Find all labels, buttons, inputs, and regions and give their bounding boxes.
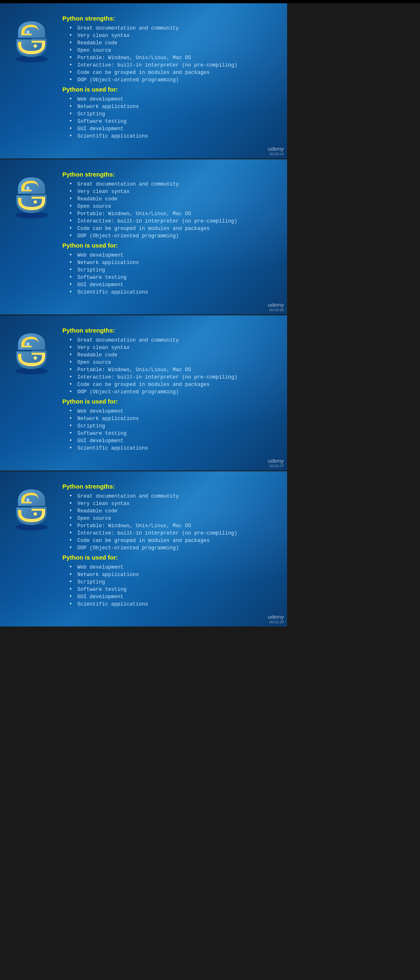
svg-point-11 <box>34 512 37 516</box>
list-item: Network applications <box>62 415 275 422</box>
strengths-title: Python strengths: <box>62 171 275 178</box>
strengths-list: Great documentation and communityVery cl… <box>62 492 275 551</box>
list-item: OOP (Object-oriented programming) <box>62 76 275 83</box>
udemy-watermark: udemy00:01:29 <box>268 614 284 624</box>
list-item: Software testing <box>62 585 275 593</box>
slide-3: Python strengths:Great documentation and… <box>0 315 287 470</box>
list-item: Interactive: built-in interpreter (no pr… <box>62 61 275 69</box>
timestamp: 00:00:24 <box>268 152 284 156</box>
svg-point-5 <box>34 200 37 204</box>
list-item: GUI development <box>62 593 275 600</box>
list-item: Very clean syntax <box>62 188 275 195</box>
strengths-title: Python strengths: <box>62 327 275 334</box>
list-item: Software testing <box>62 429 275 437</box>
list-item: Open source <box>62 514 275 522</box>
list-item: Portable: Windows, Unix/Linux, Mac OS <box>62 366 275 373</box>
file-info-header <box>0 0 420 3</box>
used-for-title: Python is used for: <box>62 554 275 561</box>
list-item: Web development <box>62 407 275 415</box>
udemy-watermark: udemy00:01:07 <box>268 458 284 468</box>
udemy-label: udemy <box>268 146 284 152</box>
list-item: Scientific applications <box>62 444 275 452</box>
list-item: Open source <box>62 46 275 54</box>
strengths-list: Great documentation and communityVery cl… <box>62 180 275 239</box>
list-item: Open source <box>62 358 275 366</box>
timestamp: 00:00:45 <box>268 308 284 312</box>
list-item: Very clean syntax <box>62 32 275 39</box>
slides-container: Python strengths:Great documentation and… <box>0 3 420 627</box>
list-item: Interactive: built-in interpreter (no pr… <box>62 217 275 225</box>
list-item: Scientific applications <box>62 600 275 608</box>
list-item: Great documentation and community <box>62 24 275 32</box>
used-for-title: Python is used for: <box>62 398 275 405</box>
list-item: Scientific applications <box>62 132 275 140</box>
list-item: Code can be grouped in modules and packa… <box>62 381 275 388</box>
python-logo <box>9 486 54 531</box>
svg-point-2 <box>34 44 37 48</box>
timestamp: 00:01:29 <box>268 620 284 624</box>
udemy-watermark: udemy00:00:45 <box>268 302 284 312</box>
list-item: Network applications <box>62 571 275 578</box>
list-item: Code can be grouped in modules and packa… <box>62 69 275 76</box>
svg-point-8 <box>34 356 37 360</box>
list-item: Scripting <box>62 422 275 429</box>
udemy-label: udemy <box>268 614 284 620</box>
used-for-title: Python is used for: <box>62 242 275 249</box>
strengths-list: Great documentation and communityVery cl… <box>62 24 275 83</box>
list-item: Readable code <box>62 195 275 202</box>
list-item: Very clean syntax <box>62 500 275 507</box>
list-item: OOP (Object-oriented programming) <box>62 544 275 551</box>
list-item: GUI development <box>62 437 275 444</box>
slide-1: Python strengths:Great documentation and… <box>0 3 287 158</box>
list-item: Open source <box>62 202 275 210</box>
slide-2: Python strengths:Great documentation and… <box>0 159 287 314</box>
list-item: Scientific applications <box>62 288 275 296</box>
list-item: Portable: Windows, Unix/Linux, Mac OS <box>62 522 275 529</box>
list-item: Portable: Windows, Unix/Linux, Mac OS <box>62 210 275 217</box>
svg-point-1 <box>26 30 30 34</box>
used-for-list: Web developmentNetwork applicationsScrip… <box>62 95 275 140</box>
used-for-title: Python is used for: <box>62 86 275 93</box>
list-item: Readable code <box>62 351 275 358</box>
list-item: Very clean syntax <box>62 344 275 351</box>
list-item: Network applications <box>62 103 275 110</box>
svg-point-4 <box>26 186 30 190</box>
list-item: Interactive: built-in interpreter (no pr… <box>62 373 275 381</box>
used-for-list: Web developmentNetwork applicationsScrip… <box>62 563 275 608</box>
timestamp: 00:01:07 <box>268 464 284 468</box>
list-item: GUI development <box>62 125 275 132</box>
list-item: OOP (Object-oriented programming) <box>62 232 275 239</box>
list-item: OOP (Object-oriented programming) <box>62 388 275 395</box>
list-item: Code can be grouped in modules and packa… <box>62 225 275 232</box>
python-logo <box>9 174 54 219</box>
slide-4: Python strengths:Great documentation and… <box>0 471 287 627</box>
strengths-title: Python strengths: <box>62 483 275 490</box>
svg-point-10 <box>26 498 30 502</box>
udemy-label: udemy <box>268 302 284 308</box>
list-item: Portable: Windows, Unix/Linux, Mac OS <box>62 54 275 61</box>
strengths-list: Great documentation and communityVery cl… <box>62 336 275 395</box>
list-item: Great documentation and community <box>62 180 275 188</box>
list-item: Web development <box>62 95 275 103</box>
list-item: Interactive: built-in interpreter (no pr… <box>62 529 275 537</box>
list-item: Readable code <box>62 39 275 46</box>
list-item: Code can be grouped in modules and packa… <box>62 537 275 544</box>
list-item: Readable code <box>62 507 275 514</box>
udemy-watermark: udemy00:00:24 <box>268 146 284 156</box>
list-item: Scripting <box>62 110 275 117</box>
used-for-list: Web developmentNetwork applicationsScrip… <box>62 407 275 452</box>
list-item: Great documentation and community <box>62 336 275 344</box>
list-item: Software testing <box>62 117 275 125</box>
python-logo <box>9 18 54 63</box>
udemy-label: udemy <box>268 458 284 464</box>
strengths-title: Python strengths: <box>62 15 275 22</box>
list-item: GUI development <box>62 281 275 288</box>
list-item: Software testing <box>62 273 275 281</box>
python-logo <box>9 330 54 375</box>
list-item: Network applications <box>62 259 275 266</box>
list-item: Scripting <box>62 578 275 585</box>
list-item: Web development <box>62 563 275 571</box>
used-for-list: Web developmentNetwork applicationsScrip… <box>62 251 275 296</box>
list-item: Web development <box>62 251 275 259</box>
list-item: Scripting <box>62 266 275 273</box>
